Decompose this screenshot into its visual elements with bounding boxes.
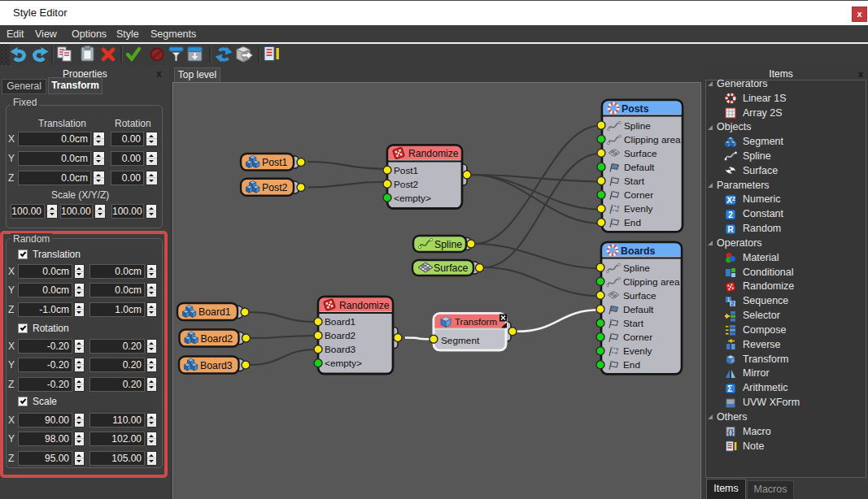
svg-text:Post1: Post1 xyxy=(394,165,418,176)
svg-text:Randomize: Randomize xyxy=(339,300,390,311)
svg-text:Board2: Board2 xyxy=(325,330,355,341)
svg-text:Transform: Transform xyxy=(455,317,497,327)
svg-text:Board3: Board3 xyxy=(200,360,233,371)
svg-text:Evenly: Evenly xyxy=(624,203,653,215)
svg-text:Board1: Board1 xyxy=(198,306,231,318)
svg-text:Post2: Post2 xyxy=(394,179,418,190)
svg-text:Posts: Posts xyxy=(622,103,649,115)
svg-text:Spline: Spline xyxy=(624,120,651,132)
svg-text:Clipping area: Clipping area xyxy=(624,134,681,145)
svg-text:Corner: Corner xyxy=(623,332,652,343)
svg-text:Surface: Surface xyxy=(434,263,469,274)
svg-text:Randomize: Randomize xyxy=(408,148,459,159)
svg-text:Σ: Σ xyxy=(727,384,732,393)
svg-text:Post1: Post1 xyxy=(262,157,288,168)
svg-text:<empty>: <empty> xyxy=(325,358,362,369)
svg-text:Segment: Segment xyxy=(441,335,480,346)
svg-text:Spline: Spline xyxy=(434,239,462,250)
svg-text:Board3: Board3 xyxy=(325,344,355,355)
svg-text:Post2: Post2 xyxy=(262,182,288,193)
svg-text:Surface: Surface xyxy=(624,148,657,159)
svg-text:2: 2 xyxy=(732,195,735,201)
svg-text:Start: Start xyxy=(624,176,645,187)
svg-text:End: End xyxy=(623,359,640,371)
svg-text:Spline: Spline xyxy=(623,263,650,274)
svg-text:2: 2 xyxy=(731,301,735,306)
svg-text:Corner: Corner xyxy=(624,189,653,201)
svg-text:Surface: Surface xyxy=(623,290,656,302)
svg-text:2: 2 xyxy=(728,210,733,219)
svg-text:{}: {} xyxy=(727,427,734,436)
svg-text:Default: Default xyxy=(624,162,655,173)
svg-text:Board1: Board1 xyxy=(325,316,355,328)
svg-text:R: R xyxy=(728,225,735,234)
svg-text:Start: Start xyxy=(623,318,644,329)
svg-text:Clipping area: Clipping area xyxy=(623,276,680,288)
svg-text:Evenly: Evenly xyxy=(623,345,652,357)
svg-text:Default: Default xyxy=(623,304,654,315)
svg-text:Board2: Board2 xyxy=(201,333,233,345)
svg-text:<empty>: <empty> xyxy=(394,193,431,204)
svg-text:Boards: Boards xyxy=(621,245,656,257)
svg-text:End: End xyxy=(624,217,641,228)
